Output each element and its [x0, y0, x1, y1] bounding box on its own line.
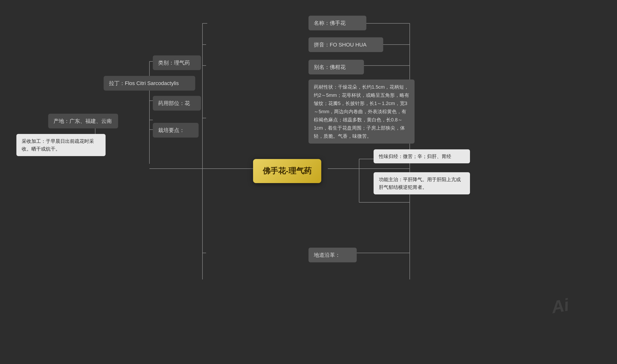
node-chandi: 产地：广东、福建、云南 — [48, 114, 118, 128]
watermark: Ai — [550, 295, 570, 317]
node-lading: 拉丁：Flos Citri Sarcodactylis — [104, 76, 195, 91]
node-yaoyong: 药用部位：花 — [153, 96, 201, 111]
node-caishougongji: 采收加工：于早晨日出前疏花时采收。晒干或炕干。 — [16, 134, 105, 156]
node-xingwei: 性味归经：微苦；辛；归肝、胃经 — [374, 149, 470, 163]
node-bieming: 别名：佛柑花 — [309, 60, 364, 74]
center-node: 佛手花-理气药 — [253, 159, 321, 183]
node-mingcheng: 名称：佛手花 — [309, 16, 366, 30]
node-zaipei: 栽培要点： — [153, 123, 199, 138]
node-didao: 地道沿革： — [309, 248, 357, 262]
node-leibie: 类别：理气药 — [153, 55, 201, 70]
node-yaocai: 药材性状：干燥花朵，长约1.5cm，花柄短，约2～5mm；花萼杯状，或略呈五角形… — [309, 79, 415, 143]
node-pinyin: 拼音：FO SHOU HUA — [309, 37, 383, 52]
node-gongneng: 功能主治：平肝降气。用于肝阳上亢或肝气郁结横逆犯胃者。 — [374, 172, 470, 195]
